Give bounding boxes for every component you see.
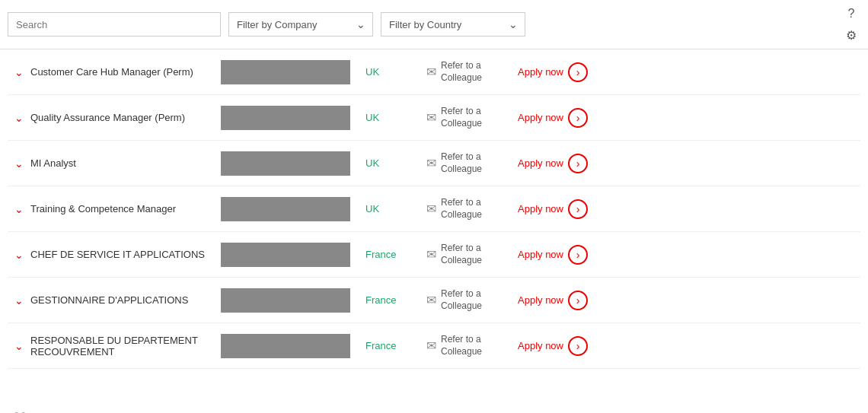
envelope-icon[interactable]: ✉ xyxy=(426,65,436,79)
refer-section: ✉ Refer to aColleague xyxy=(426,106,518,129)
table-row: ⌄ GESTIONNAIRE D'APPLICATIONS France ✉ R… xyxy=(8,278,860,323)
table-row: ⌄ RESPONSABLE DU DEPARTEMENT RECOUVREMEN… xyxy=(8,323,860,369)
refer-section: ✉ Refer to aColleague xyxy=(426,151,518,175)
apply-now-button[interactable]: Apply now xyxy=(518,157,563,169)
company-logo xyxy=(221,151,350,176)
version-label: v 2.0 xyxy=(0,408,868,413)
refer-section: ✉ Refer to aColleague xyxy=(426,243,518,266)
refer-text[interactable]: Refer to aColleague xyxy=(441,60,482,84)
job-country: UK xyxy=(365,203,426,214)
apply-section: Apply now › xyxy=(518,199,588,219)
job-country: UK xyxy=(365,66,426,78)
refer-section: ✉ Refer to aColleague xyxy=(426,197,518,221)
job-title: CHEF DE SERVICE IT APPLICATIONS xyxy=(30,249,221,260)
refer-text[interactable]: Refer to aColleague xyxy=(441,151,482,175)
filter-company-select[interactable]: Filter by Company xyxy=(228,12,373,37)
apply-arrow-button[interactable]: › xyxy=(568,154,588,173)
job-title: Quality Assurance Manager (Perm) xyxy=(30,112,221,123)
envelope-icon[interactable]: ✉ xyxy=(426,110,436,125)
expand-icon[interactable]: ⌄ xyxy=(8,157,30,170)
refer-text[interactable]: Refer to aColleague xyxy=(441,334,482,357)
expand-icon[interactable]: ⌄ xyxy=(8,203,30,215)
main-content: ⌄ Customer Care Hub Manager (Perm) UK ✉ … xyxy=(0,49,868,408)
apply-arrow-button[interactable]: › xyxy=(568,62,588,82)
company-logo xyxy=(221,60,350,84)
apply-section: Apply now › xyxy=(518,62,588,82)
apply-now-button[interactable]: Apply now xyxy=(518,66,563,78)
apply-arrow-button[interactable]: › xyxy=(568,199,588,219)
job-title: GESTIONNAIRE D'APPLICATIONS xyxy=(30,294,221,306)
refer-section: ✉ Refer to aColleague xyxy=(426,288,518,312)
search-input[interactable] xyxy=(8,12,221,37)
apply-arrow-button[interactable]: › xyxy=(568,336,588,356)
expand-icon[interactable]: ⌄ xyxy=(8,249,30,261)
job-country: UK xyxy=(365,112,426,123)
table-row: ⌄ Quality Assurance Manager (Perm) UK ✉ … xyxy=(8,95,860,141)
refer-section: ✉ Refer to aColleague xyxy=(426,60,518,84)
apply-now-button[interactable]: Apply now xyxy=(518,340,563,351)
apply-section: Apply now › xyxy=(518,245,588,265)
refer-text[interactable]: Refer to aColleague xyxy=(441,106,482,129)
company-logo xyxy=(221,106,350,130)
filter-company-wrapper: Filter by Company ⌄ xyxy=(228,12,373,37)
top-right-icons: ? ⚙ xyxy=(842,5,860,44)
refer-text[interactable]: Refer to aColleague xyxy=(441,288,482,312)
job-title: Training & Competence Manager xyxy=(30,203,221,214)
apply-now-button[interactable]: Apply now xyxy=(518,112,563,123)
filter-country-select[interactable]: Filter by Country xyxy=(381,12,525,37)
job-title: MI Analyst xyxy=(30,157,221,169)
apply-now-button[interactable]: Apply now xyxy=(518,249,563,260)
table-row: ⌄ Customer Care Hub Manager (Perm) UK ✉ … xyxy=(8,49,860,95)
envelope-icon[interactable]: ✉ xyxy=(426,293,436,307)
apply-arrow-button[interactable]: › xyxy=(568,108,588,128)
apply-now-button[interactable]: Apply now xyxy=(518,294,563,306)
settings-icon[interactable]: ⚙ xyxy=(842,26,860,44)
envelope-icon[interactable]: ✉ xyxy=(426,338,436,353)
refer-text[interactable]: Refer to aColleague xyxy=(441,243,482,266)
help-icon[interactable]: ? xyxy=(842,5,860,23)
job-country: France xyxy=(365,294,426,306)
expand-icon[interactable]: ⌄ xyxy=(8,112,30,124)
apply-arrow-button[interactable]: › xyxy=(568,245,588,265)
table-row: ⌄ Training & Competence Manager UK ✉ Ref… xyxy=(8,186,860,232)
expand-icon[interactable]: ⌄ xyxy=(8,66,30,78)
job-country: France xyxy=(365,340,426,351)
job-country: France xyxy=(365,249,426,260)
apply-section: Apply now › xyxy=(518,291,588,310)
filter-country-wrapper: Filter by Country ⌄ xyxy=(381,12,525,37)
apply-section: Apply now › xyxy=(518,154,588,173)
table-row: ⌄ MI Analyst UK ✉ Refer to aColleague Ap… xyxy=(8,141,860,186)
envelope-icon[interactable]: ✉ xyxy=(426,202,436,216)
job-title: Customer Care Hub Manager (Perm) xyxy=(30,66,221,78)
apply-section: Apply now › xyxy=(518,336,588,356)
company-logo xyxy=(221,334,350,358)
apply-arrow-button[interactable]: › xyxy=(568,291,588,310)
expand-icon[interactable]: ⌄ xyxy=(8,294,30,307)
refer-section: ✉ Refer to aColleague xyxy=(426,334,518,357)
job-title: RESPONSABLE DU DEPARTEMENT RECOUVREMENT xyxy=(30,335,221,357)
table-row: ⌄ CHEF DE SERVICE IT APPLICATIONS France… xyxy=(8,232,860,278)
company-logo xyxy=(221,197,350,221)
envelope-icon[interactable]: ✉ xyxy=(426,247,436,262)
top-bar: Filter by Company ⌄ Filter by Country ⌄ … xyxy=(0,0,868,49)
apply-now-button[interactable]: Apply now xyxy=(518,203,563,214)
job-country: UK xyxy=(365,157,426,169)
envelope-icon[interactable]: ✉ xyxy=(426,156,436,170)
expand-icon[interactable]: ⌄ xyxy=(8,340,30,352)
refer-text[interactable]: Refer to aColleague xyxy=(441,197,482,221)
company-logo xyxy=(221,243,350,267)
job-list: ⌄ Customer Care Hub Manager (Perm) UK ✉ … xyxy=(0,49,868,408)
apply-section: Apply now › xyxy=(518,108,588,128)
company-logo xyxy=(221,288,350,313)
